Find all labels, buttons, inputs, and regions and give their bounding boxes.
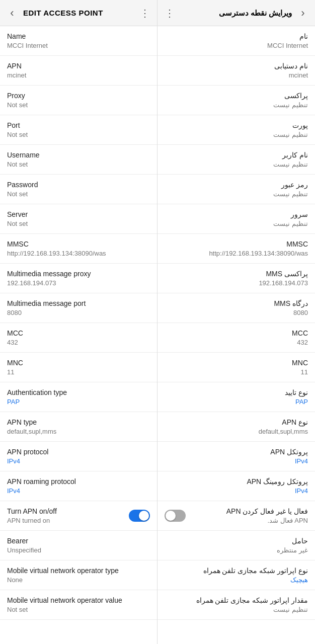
right-setting-label-apn: نام دستیابی: [165, 62, 308, 70]
right-setting-row-mm-proxy[interactable]: پراکسی MMS 192.168.194.073: [158, 264, 315, 293]
setting-value-apn: mcinet: [7, 71, 150, 79]
right-setting-label-password: رمز عبور: [165, 181, 308, 189]
main-panels: EDIT ACCESS POINT Name MCCI Internet APN…: [0, 0, 315, 644]
setting-row-mmsc[interactable]: MMSC http://192.168.193.134:38090/was: [0, 234, 157, 264]
setting-label-name: Name: [7, 32, 150, 40]
right-setting-label-mvno-type: نوع اپراتور شبکه مجازی تلفن همراه: [165, 567, 308, 575]
setting-value-port: Not set: [7, 131, 150, 138]
left-header-title: EDIT ACCESS POINT: [23, 9, 134, 17]
setting-row-apn-protocol[interactable]: APN protocol IPv4: [0, 442, 157, 471]
right-setting-label-mm-proxy: پراکسی MMS: [165, 270, 308, 278]
setting-row-mcc[interactable]: MCC 432: [0, 323, 157, 353]
right-setting-row-mnc[interactable]: MNC 11: [158, 353, 315, 382]
right-setting-value-port: تنظیم نیست: [165, 131, 308, 138]
right-setting-label-mnc: MNC: [165, 359, 308, 367]
right-setting-value-bearer: غیر منتظره: [165, 546, 308, 554]
right-toggle-switch-apn[interactable]: [165, 510, 186, 522]
right-setting-row-mcc[interactable]: MCC 432: [158, 323, 315, 353]
right-setting-row-username[interactable]: نام کاربر تنظیم نیست: [158, 145, 315, 175]
right-setting-value-password: تنظیم نیست: [165, 190, 308, 198]
setting-row-bearer[interactable]: Bearer Unspecified: [0, 531, 157, 560]
right-setting-row-proxy[interactable]: پراکسی تنظیم نیست: [158, 86, 315, 115]
right-toggle-value-apn: APN فعال شد.: [226, 517, 308, 524]
setting-row-proxy[interactable]: Proxy Not set: [0, 86, 157, 115]
right-setting-label-bearer: حامل: [165, 537, 308, 545]
setting-row-port[interactable]: Port Not set: [0, 115, 157, 145]
setting-value-auth-type: PAP: [7, 398, 150, 406]
setting-value-mnc: 11: [7, 368, 150, 376]
right-setting-row-auth-type[interactable]: نوع تایید PAP: [158, 382, 315, 412]
right-setting-row-apn-roaming[interactable]: پروتکل رومینگ APN IPv4: [158, 471, 315, 501]
right-setting-row-bearer[interactable]: حامل غیر منتظره: [158, 531, 315, 560]
toggle-label-apn: Turn APN on/off: [7, 507, 57, 515]
setting-label-apn: APN: [7, 62, 150, 70]
setting-label-apn-roaming: APN roaming protocol: [7, 477, 150, 486]
right-setting-label-apn-roaming: پروتکل رومینگ APN: [165, 477, 308, 486]
forward-button[interactable]: [296, 6, 310, 20]
right-setting-row-mvno-value[interactable]: مقدار اپراتور شبکه مجازی تلفن همراه تنظی…: [158, 590, 315, 620]
setting-label-apn-protocol: APN protocol: [7, 448, 150, 456]
right-setting-row-apn-protocol[interactable]: پروتکل APN IPv4: [158, 442, 315, 471]
setting-row-mvno-type[interactable]: Mobile virtual network operator type Non…: [0, 560, 157, 590]
right-setting-value-mnc: 11: [165, 368, 308, 376]
setting-label-mm-port: Multimedia message port: [7, 299, 150, 307]
setting-row-username[interactable]: Username Not set: [0, 145, 157, 175]
setting-label-mvno-value: Mobile virtual network operator value: [7, 596, 150, 604]
right-setting-value-apn-protocol: IPv4: [165, 457, 308, 465]
right-setting-label-name: نام: [165, 32, 308, 40]
right-setting-label-username: نام کاربر: [165, 151, 308, 159]
right-setting-row-mmsc[interactable]: MMSC http://192.168.193.134:38090/was: [158, 234, 315, 264]
setting-value-apn-type: default,supl,mms: [7, 428, 150, 435]
setting-label-bearer: Bearer: [7, 537, 150, 545]
right-setting-label-apn-protocol: پروتکل APN: [165, 448, 308, 456]
setting-value-name: MCCI Internet: [7, 42, 150, 49]
right-setting-row-apn-type[interactable]: نوع APN default,supl,mms: [158, 412, 315, 442]
setting-label-apn-type: APN type: [7, 418, 150, 426]
right-setting-value-apn: mcinet: [165, 71, 308, 79]
right-toggle-row-apn[interactable]: فعال یا غیر فعال کردن APN APN فعال شد.: [158, 501, 315, 531]
setting-value-apn-protocol: IPv4: [7, 457, 150, 465]
right-setting-row-mm-port[interactable]: درگاه MMS 8080: [158, 293, 315, 323]
right-panel: ویرایش نقطه دسترسی نام MCCI Internet نام…: [158, 0, 315, 644]
left-panel: EDIT ACCESS POINT Name MCCI Internet APN…: [0, 0, 158, 644]
setting-row-password[interactable]: Password Not set: [0, 175, 157, 204]
more-options-button-right[interactable]: [163, 6, 177, 20]
setting-label-mmsc: MMSC: [7, 240, 150, 248]
setting-label-mnc: MNC: [7, 359, 150, 367]
right-setting-label-port: پورت: [165, 121, 308, 129]
right-setting-row-mvno-type[interactable]: نوع اپراتور شبکه مجازی تلفن همراه هیچیک: [158, 560, 315, 590]
setting-row-mm-port[interactable]: Multimedia message port 8080: [0, 293, 157, 323]
setting-row-apn-type[interactable]: APN type default,supl,mms: [0, 412, 157, 442]
right-setting-label-mmsc: MMSC: [165, 240, 308, 248]
setting-row-apn[interactable]: APN mcinet: [0, 56, 157, 86]
right-setting-value-apn-roaming: IPv4: [165, 487, 308, 495]
setting-label-password: Password: [7, 181, 150, 189]
right-setting-row-port[interactable]: پورت تنظیم نیست: [158, 115, 315, 145]
setting-row-name[interactable]: Name MCCI Internet: [0, 26, 157, 56]
right-setting-label-mvno-value: مقدار اپراتور شبکه مجازی تلفن همراه: [165, 596, 308, 604]
left-settings-list: Name MCCI Internet APN mcinet Proxy Not …: [0, 26, 157, 644]
toggle-row-apn[interactable]: Turn APN on/off APN turned on: [0, 501, 157, 531]
right-setting-row-name[interactable]: نام MCCI Internet: [158, 26, 315, 56]
right-setting-row-server[interactable]: سرور تنظیم نیست: [158, 204, 315, 234]
setting-label-server: Server: [7, 210, 150, 218]
toggle-value-apn: APN turned on: [7, 517, 57, 524]
right-setting-row-apn[interactable]: نام دستیابی mcinet: [158, 56, 315, 86]
setting-row-mm-proxy[interactable]: Multimedia message proxy 192.168.194.073: [0, 264, 157, 293]
right-setting-value-apn-type: default,supl,mms: [165, 428, 308, 435]
left-header: EDIT ACCESS POINT: [0, 0, 157, 26]
right-setting-value-proxy: تنظیم نیست: [165, 101, 308, 109]
more-options-button-left[interactable]: [138, 6, 152, 20]
setting-row-auth-type[interactable]: Authentication type PAP: [0, 382, 157, 412]
right-setting-label-apn-type: نوع APN: [165, 418, 308, 426]
right-setting-row-password[interactable]: رمز عبور تنظیم نیست: [158, 175, 315, 204]
setting-value-proxy: Not set: [7, 101, 150, 109]
setting-row-server[interactable]: Server Not set: [0, 204, 157, 234]
setting-row-mnc[interactable]: MNC 11: [0, 353, 157, 382]
setting-row-apn-roaming[interactable]: APN roaming protocol IPv4: [0, 471, 157, 501]
right-setting-value-auth-type: PAP: [165, 398, 308, 406]
right-header-title: ویرایش نقطه دسترسی: [181, 9, 292, 18]
setting-row-mvno-value[interactable]: Mobile virtual network operator value No…: [0, 590, 157, 620]
back-button[interactable]: [5, 6, 19, 20]
toggle-switch-apn[interactable]: [129, 510, 150, 522]
